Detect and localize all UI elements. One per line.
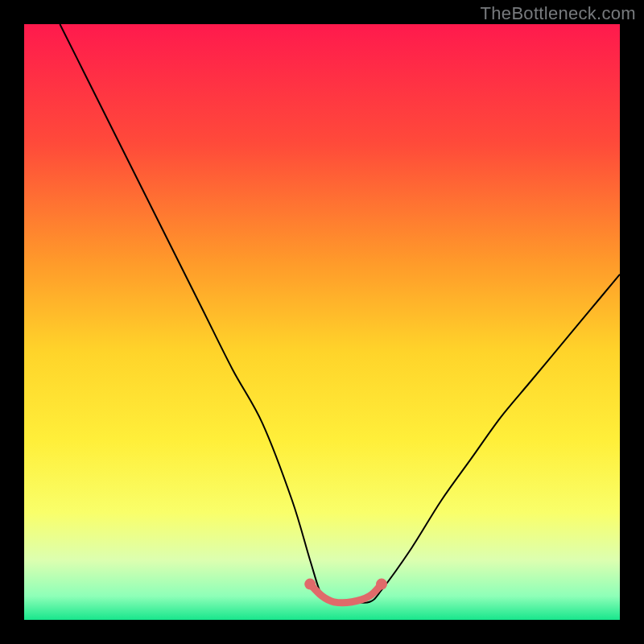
gradient-background	[24, 24, 620, 620]
watermark-text: TheBottleneck.com	[481, 3, 636, 24]
chart-frame: TheBottleneck.com	[0, 0, 644, 644]
chart-svg	[24, 24, 620, 620]
optimal-zone-start-dot	[304, 579, 316, 590]
optimal-zone-end-dot	[376, 579, 387, 590]
plot-area	[24, 24, 620, 620]
